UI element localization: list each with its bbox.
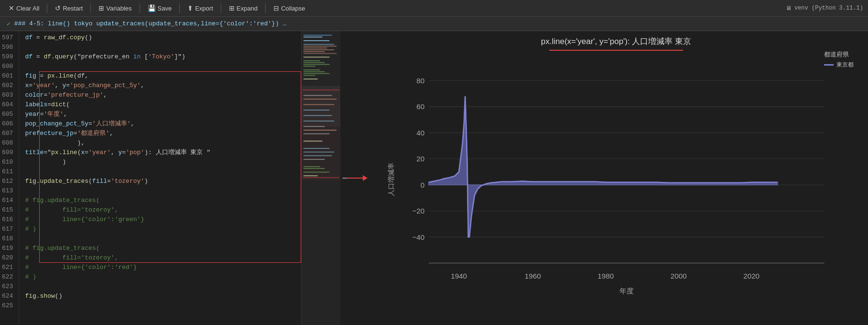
code-line: fig.show(): [25, 291, 301, 301]
svg-text:40: 40: [416, 129, 424, 137]
save-button[interactable]: 💾 Save: [144, 3, 176, 13]
code-line: [25, 301, 301, 311]
line-number: 622: [0, 272, 15, 282]
line-number: 612: [0, 177, 15, 186]
svg-rect-30: [304, 134, 329, 134]
code-line: # fig.update_traces(: [25, 244, 301, 253]
svg-rect-31: [304, 141, 323, 142]
clear-all-button[interactable]: ✕ Clear All: [5, 3, 43, 13]
code-line: color='prefecture_jp',: [25, 90, 301, 100]
line-number: 625: [0, 301, 15, 311]
code-line: [25, 282, 301, 291]
svg-rect-17: [304, 71, 325, 72]
minimap[interactable]: [301, 31, 340, 325]
line-number: 599: [0, 52, 15, 62]
status-bar: ✓ ### 4-5: line() tokyo update_traces(up…: [0, 17, 868, 31]
svg-rect-40: [303, 90, 339, 90]
svg-text:0: 0: [421, 181, 424, 189]
code-content[interactable]: df = raw_df.copy() df = df.query("prefec…: [19, 31, 301, 325]
output-panel: px.line(x='year', y='pop'): 人口増減率 東京 都道府…: [369, 31, 868, 325]
env-info: 🖥 venv (Python 3.11.1): [786, 5, 863, 12]
code-line: # fill='tozeroy',: [25, 205, 301, 215]
monitor-icon: 🖥: [786, 5, 792, 12]
code-line: [25, 62, 301, 71]
line-number: 600: [0, 62, 15, 71]
save-icon: 💾: [148, 4, 156, 12]
line-number: 608: [0, 138, 15, 148]
toolbar: ✕ Clear All ↺ Restart ⊞ Variables 💾 Save…: [0, 0, 868, 17]
code-line: df = df.query("prefecture_en in ['Tokyo'…: [25, 52, 301, 62]
code-line: fig = px.line(df,: [25, 71, 301, 81]
code-area: 5975985996006016026036046056066076086096…: [0, 31, 301, 325]
arrow-area: ⋯: [340, 31, 369, 325]
svg-rect-32: [304, 148, 329, 149]
svg-rect-11: [304, 56, 329, 57]
code-line: df = raw_df.copy(): [25, 33, 301, 43]
code-line: labels=dict(: [25, 100, 301, 110]
line-number: 606: [0, 119, 15, 129]
svg-rect-13: [304, 62, 325, 63]
code-line: # ): [25, 272, 301, 282]
svg-text:−20: −20: [412, 207, 424, 215]
svg-text:人口増減率: 人口増減率: [387, 163, 395, 196]
separator: [179, 3, 180, 13]
collapse-button[interactable]: ⊟ Collapse: [270, 3, 309, 13]
separator: [140, 3, 140, 13]
three-dots-btn[interactable]: ⋯: [342, 173, 347, 183]
line-number: 619: [0, 244, 15, 253]
line-number: 614: [0, 196, 15, 205]
svg-rect-26: [304, 115, 332, 116]
collapse-icon: ⊟: [273, 4, 279, 12]
svg-text:60: 60: [416, 102, 424, 111]
restart-button[interactable]: ↺ Restart: [51, 3, 87, 13]
line-number: 603: [0, 90, 15, 100]
line-number: 604: [0, 100, 15, 110]
svg-rect-6: [304, 46, 336, 47]
svg-rect-8: [304, 49, 334, 50]
svg-rect-19: [304, 75, 315, 76]
expand-button[interactable]: ⊞ Expand: [225, 3, 261, 13]
code-line: # line={'color':'green'}: [25, 215, 301, 224]
line-number: 620: [0, 253, 15, 263]
code-line: # line={'color':'red'}: [25, 263, 301, 272]
variables-button[interactable]: ⊞ Variables: [95, 3, 135, 13]
legend-title: 都道府県: [824, 50, 854, 59]
main-content: 5975985996006016026036046056066076086096…: [0, 31, 868, 325]
svg-text:−40: −40: [412, 233, 424, 241]
code-line: title="px.line(x='year', y='pop'): 人口増減率…: [25, 148, 301, 157]
code-line: ): [25, 157, 301, 167]
code-line: year='年度',: [25, 110, 301, 119]
line-number: 605: [0, 110, 15, 119]
line-numbers: 5975985996006016026036046056066076086096…: [0, 31, 19, 325]
svg-text:20: 20: [416, 155, 424, 163]
line-number: 601: [0, 71, 15, 81]
svg-rect-2: [304, 35, 332, 36]
svg-rect-27: [304, 121, 334, 122]
svg-rect-23: [304, 99, 336, 100]
svg-rect-38: [304, 172, 329, 173]
svg-rect-7: [304, 47, 327, 48]
chart-container: px.line(x='year', y='pop'): 人口増減率 東京 都道府…: [374, 36, 858, 320]
restart-icon: ↺: [55, 4, 61, 12]
svg-rect-24: [304, 104, 334, 105]
code-line: prefecture_jp='都道府県',: [25, 129, 301, 138]
status-text: ### 4-5: line() tokyo update_traces(upda…: [14, 20, 287, 27]
svg-text:2000: 2000: [671, 272, 687, 280]
svg-rect-39: [304, 175, 318, 176]
svg-marker-43: [363, 175, 368, 181]
svg-rect-22: [304, 95, 332, 96]
chart-legend: 都道府県 東京都: [824, 50, 854, 69]
line-number: 621: [0, 263, 15, 272]
line-number: 598: [0, 43, 15, 52]
svg-rect-28: [304, 126, 325, 127]
code-line: [25, 167, 301, 177]
line-number: 610: [0, 157, 15, 167]
code-panel: 5975985996006016026036046056066076086096…: [0, 31, 301, 325]
svg-rect-33: [304, 152, 334, 153]
svg-rect-29: [304, 130, 336, 131]
line-number: 618: [0, 234, 15, 244]
line-number: 623: [0, 282, 15, 291]
export-button[interactable]: ⬆ Export: [184, 3, 217, 13]
line-number: 607: [0, 129, 15, 138]
svg-rect-37: [304, 168, 325, 169]
